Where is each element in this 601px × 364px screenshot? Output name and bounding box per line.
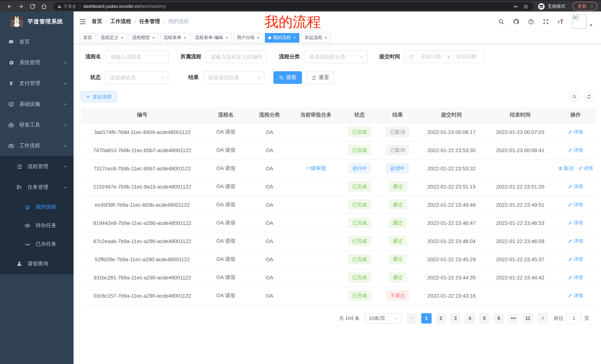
cancel-action[interactable]: 取消	[558, 165, 573, 172]
github-icon[interactable]	[513, 18, 519, 25]
create-process-button[interactable]: 发起流程	[81, 91, 117, 102]
sidebar-item-done-task[interactable]: 已办任务	[0, 235, 74, 253]
sidebar-item-workflow[interactable]: 工作流程	[0, 135, 74, 156]
page-button-6[interactable]: 6	[494, 313, 504, 323]
close-icon[interactable]: ×	[293, 35, 296, 40]
column-header-当前审批任务: 当前审批任务	[291, 107, 341, 123]
font-size-icon[interactable]: TT	[558, 19, 563, 24]
search-button[interactable]: 搜索	[273, 71, 302, 84]
process-def-input[interactable]	[206, 50, 267, 63]
result-badge: 通过	[389, 272, 407, 282]
status-select[interactable]	[105, 71, 168, 84]
update-button[interactable]: 更新	[573, 2, 597, 11]
chevron-down-icon	[394, 316, 398, 321]
avatar[interactable]	[572, 14, 587, 29]
tab-流程表单-编辑[interactable]: 流程表单-编辑×	[192, 33, 232, 42]
sidebar-item-label: 流程管理	[28, 163, 48, 170]
close-icon[interactable]: ×	[121, 35, 123, 40]
fullscreen-icon[interactable]	[543, 18, 549, 25]
tab-发起流程[interactable]: 发起流程×	[301, 33, 331, 42]
detail-action[interactable]: 详情	[568, 129, 583, 135]
detail-action[interactable]: 详情	[568, 220, 583, 226]
search-icon[interactable]	[498, 18, 504, 25]
sidebar-item-devtools[interactable]: 研发工具	[0, 115, 74, 135]
hamburger-icon[interactable]	[79, 18, 86, 25]
detail-action[interactable]: 详情	[568, 238, 583, 244]
sidebar-item-home[interactable]: 首页	[0, 31, 74, 52]
forward-icon[interactable]	[18, 3, 24, 10]
tab-我的流程[interactable]: 我的流程×	[265, 33, 299, 42]
page-button-11[interactable]: 11	[523, 313, 533, 323]
cell-result: 已取消	[378, 141, 417, 159]
next-page-button[interactable]	[538, 313, 548, 323]
date-end-placeholder: 结束日期	[452, 53, 480, 60]
detail-action[interactable]: 详情	[568, 201, 583, 208]
cell-category: OA	[248, 232, 291, 250]
close-icon[interactable]: ×	[324, 35, 327, 40]
category-select[interactable]	[304, 50, 367, 63]
status-badge: 已完成	[348, 182, 371, 192]
address-bar[interactable]: 不安全 dashboard.yudao.iocoder.cn/bpm/task/…	[53, 2, 534, 10]
tab-label: 流程模型	[132, 35, 150, 41]
tab-用户分组[interactable]: 用户分组×	[233, 33, 263, 42]
page-button-5[interactable]: 5	[479, 313, 490, 323]
sidebar-item-process-mgmt[interactable]: 流程管理	[0, 156, 74, 177]
star-icon[interactable]	[523, 3, 529, 9]
tab-流程表单[interactable]: 流程表单×	[160, 33, 190, 42]
sidebar-item-leave-query[interactable]: 请假查询	[0, 253, 74, 274]
goto-page-input[interactable]	[566, 313, 581, 323]
kebab-menu-icon[interactable]	[590, 4, 594, 9]
tab-流程定义[interactable]: 流程定义×	[97, 33, 127, 42]
page-button-2[interactable]: 2	[436, 313, 446, 323]
page-button-3[interactable]: 3	[450, 313, 461, 323]
show-search-button[interactable]	[570, 92, 579, 102]
process-name-input[interactable]	[105, 50, 169, 63]
page-button-4[interactable]: 4	[465, 313, 475, 323]
sidebar-item-my-process[interactable]: 我的流程	[0, 198, 74, 216]
cell-status: 已完成	[341, 123, 378, 141]
reload-icon[interactable]	[29, 3, 36, 10]
reset-button[interactable]: 重置	[306, 71, 334, 84]
page-button-1[interactable]: 1	[421, 313, 432, 323]
process-table: 编号流程名流程分类当前审批任务状态结果提交时间结束时间操作 3ad174fb-7…	[81, 107, 597, 305]
sidebar-item-payment[interactable]: ¥支付管理	[0, 73, 74, 94]
detail-action[interactable]: 详情	[578, 165, 593, 172]
cell-end-time	[486, 287, 555, 305]
back-icon[interactable]	[6, 3, 13, 10]
current-task-link[interactable]: 一级审批	[306, 165, 326, 171]
close-icon[interactable]: ×	[152, 35, 155, 40]
security-chip[interactable]: 不安全	[57, 3, 76, 9]
sidebar-item-todo-task[interactable]: 待办任务	[0, 216, 74, 235]
question-icon[interactable]	[528, 18, 534, 25]
close-icon[interactable]: ×	[225, 35, 228, 40]
edit-icon	[568, 220, 572, 225]
edit-icon	[568, 202, 572, 207]
breadcrumb-item[interactable]: 工作流程	[110, 18, 131, 25]
logo[interactable]: 芋道管理系统	[0, 11, 74, 31]
detail-action[interactable]: 详情	[568, 183, 583, 190]
cell-id: ec45f38f-7b9a-11ec-b03b-acde48001122	[81, 196, 204, 214]
refresh-table-button[interactable]	[584, 92, 594, 102]
cell-end-time: 2022-01-22 23:45:37	[486, 250, 555, 268]
home-icon[interactable]	[41, 3, 47, 10]
chevron-down-icon	[63, 164, 68, 169]
detail-action[interactable]: 详情	[568, 147, 583, 153]
sidebar-item-infra[interactable]: 基础设施	[0, 94, 74, 115]
breadcrumb-item[interactable]: 任务管理	[139, 18, 160, 25]
breadcrumb-item[interactable]: 首页	[92, 18, 102, 25]
tab-流程模型[interactable]: 流程模型×	[129, 33, 158, 42]
detail-action[interactable]: 详情	[568, 274, 583, 281]
close-icon[interactable]: ×	[257, 35, 260, 40]
tab-首页[interactable]: 首页	[80, 33, 95, 42]
detail-action[interactable]: 详情	[568, 256, 583, 262]
sidebar-item-task-mgmt[interactable]: 任务管理	[0, 177, 74, 198]
close-icon[interactable]: ×	[183, 35, 186, 40]
key-icon[interactable]	[513, 3, 519, 9]
page-size-select[interactable]: 10条/页	[365, 313, 402, 323]
date-range-picker[interactable]: 开始日期 - 结束日期	[404, 50, 484, 63]
sidebar-item-system[interactable]: 系统管理	[0, 52, 74, 73]
result-select[interactable]	[203, 71, 264, 84]
user-menu[interactable]	[572, 14, 593, 29]
detail-action[interactable]: 详情	[568, 292, 583, 299]
prev-page-button[interactable]	[406, 313, 417, 323]
